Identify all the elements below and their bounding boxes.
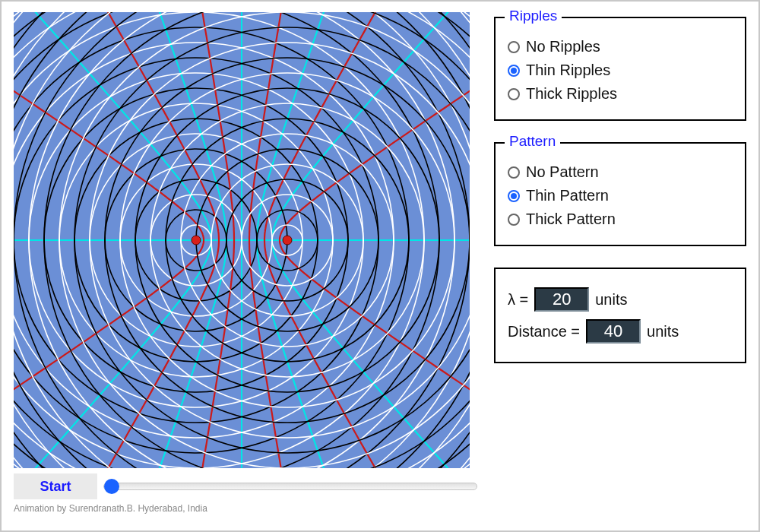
radio-icon: [508, 41, 520, 53]
simulation-canvas-wrap: [14, 12, 470, 468]
app-frame: Start Animation by Surendranath.B. Hyder…: [0, 0, 760, 532]
pattern-option-1[interactable]: Thin Pattern: [508, 187, 733, 204]
lambda-input[interactable]: 20: [534, 287, 589, 312]
distance-input[interactable]: 40: [586, 319, 641, 344]
ripples-option-label: Thick Ripples: [526, 85, 617, 103]
right-column: Ripples No RipplesThin RipplesThick Ripp…: [494, 12, 746, 520]
credit-text: Animation by Surendranath.B. Hyderabad, …: [14, 503, 477, 514]
slider-track[interactable]: [103, 483, 477, 490]
distance-label: Distance =: [508, 323, 580, 340]
pattern-option-label: Thick Pattern: [526, 211, 616, 228]
pattern-fieldset: Pattern No PatternThin PatternThick Patt…: [494, 142, 746, 246]
pattern-option-label: Thin Pattern: [526, 187, 609, 204]
ripples-legend: Ripples: [505, 8, 562, 24]
pattern-option-2[interactable]: Thick Pattern: [508, 211, 733, 228]
radio-icon: [508, 190, 520, 202]
distance-units: units: [647, 323, 679, 340]
slider-thumb[interactable]: [104, 479, 119, 494]
ripples-fieldset: Ripples No RipplesThin RipplesThick Ripp…: [494, 17, 746, 121]
start-button[interactable]: Start: [14, 473, 97, 499]
distance-row: Distance = 40 units: [508, 319, 733, 344]
pattern-option-label: No Pattern: [526, 163, 599, 181]
svg-point-53: [283, 236, 292, 245]
playback-controls: Start: [14, 471, 477, 502]
lambda-units: units: [595, 291, 627, 309]
pattern-legend: Pattern: [505, 133, 560, 150]
left-column: Start Animation by Surendranath.B. Hyder…: [14, 12, 477, 520]
layout: Start Animation by Surendranath.B. Hyder…: [14, 12, 746, 520]
radio-icon: [508, 214, 520, 226]
ripples-option-2[interactable]: Thick Ripples: [508, 85, 733, 103]
svg-point-52: [192, 236, 201, 245]
parameters-box: λ = 20 units Distance = 40 units: [494, 268, 746, 363]
simulation-canvas[interactable]: [14, 12, 470, 468]
ripples-option-label: No Ripples: [526, 38, 600, 55]
radio-icon: [508, 65, 520, 77]
pattern-option-0[interactable]: No Pattern: [508, 163, 733, 181]
lambda-label: λ =: [508, 291, 528, 309]
radio-icon: [508, 166, 520, 179]
time-slider[interactable]: [103, 473, 477, 499]
lambda-row: λ = 20 units: [508, 287, 733, 312]
radio-icon: [508, 88, 520, 100]
ripples-option-0[interactable]: No Ripples: [508, 38, 733, 55]
ripples-option-1[interactable]: Thin Ripples: [508, 62, 733, 79]
ripples-option-label: Thin Ripples: [526, 62, 610, 79]
